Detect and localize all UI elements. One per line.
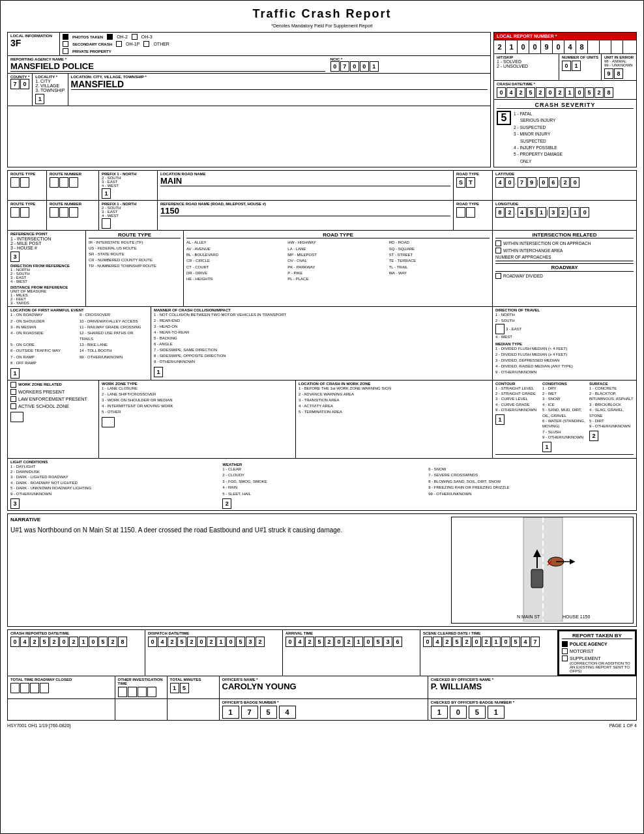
rt-av: AV - AVENUE — [186, 246, 287, 252]
tm-5: 5 — [180, 683, 189, 693]
he-99: 99 - OTHER/UNKNOWN — [80, 354, 148, 360]
form-number: HSY7001 OH1 1/19 [760-0820] — [7, 723, 70, 728]
dd-2: 2 — [168, 637, 177, 647]
contour-value: 1 — [495, 414, 505, 425]
lat-0: 0 — [505, 177, 514, 188]
rt-st: ST - STREET — [389, 252, 490, 257]
lon-2b: 2 — [559, 207, 568, 218]
police-agency-checkbox[interactable] — [562, 641, 568, 647]
rn2-c — [69, 207, 78, 218]
sc-7: 7 — [531, 637, 540, 647]
wzl-2: 2 - ADVANCE WARNING AREA — [299, 392, 490, 397]
ncic-cell-3: 0 — [360, 61, 369, 72]
dt-4: 4 - WEST — [495, 334, 634, 340]
cdt-0b: 0 — [546, 87, 555, 98]
he-2: 2 - ON SHOULDER — [10, 319, 79, 324]
oh3-checkbox[interactable] — [132, 34, 138, 40]
rn1-label: ROUTE NUMBER — [50, 172, 96, 176]
he-8: 8 - OFF RAMP — [10, 360, 79, 366]
rn1-c — [69, 177, 78, 188]
supplement-checkbox[interactable] — [562, 655, 568, 661]
rt-dr: DR - DRIVE — [186, 270, 287, 276]
road-type1-t: T — [466, 177, 475, 188]
crash-datetime-label: CRASH DATE/TIME * — [497, 82, 634, 86]
wzl-5: 5 - TERMINATION AREA — [299, 409, 490, 415]
roadway-heading: ROADWAY — [495, 263, 634, 272]
he-value: 1 — [10, 368, 20, 379]
dist-opt3: 3 - YARDS — [10, 301, 83, 305]
private-property-checkbox[interactable] — [63, 48, 68, 54]
page-info: PAGE 1 OF 4 — [609, 723, 637, 728]
sev-opt3b: SUSPECTED — [514, 138, 563, 145]
total-min-label: TOTAL MINUTES — [170, 678, 216, 682]
sev-opt1b: SERIOUS INJURY — [514, 117, 563, 124]
wt-6: 6 - SNOW — [428, 467, 634, 472]
cbadge-1: 1 — [431, 706, 448, 719]
oh1p-checkbox[interactable] — [116, 41, 122, 47]
work-zone-checkbox[interactable] — [10, 382, 16, 388]
rt-hw: HW - HIGHWAY — [287, 240, 388, 245]
num-units-0: 0 — [562, 61, 571, 71]
narrative-label: NARRATIVE — [10, 517, 448, 523]
lrn-9: 9 — [541, 40, 553, 53]
wzt-2: 2 - LANE SHIFT/CROSSOVER — [102, 392, 293, 397]
motorist-checkbox[interactable] — [562, 648, 568, 654]
other-checkbox[interactable] — [143, 41, 149, 47]
wzt-3: 3 - WORK ON SHOULDER OR MEDIAN — [102, 397, 293, 403]
unit-error-8: 8 — [614, 68, 623, 79]
page-subtitle: *Denotes Mandatory Field For Supplement … — [7, 23, 637, 28]
dispatch-label: DISPATCH DATE/TIME — [148, 631, 280, 635]
at-3: 3 — [383, 637, 392, 647]
rt-opt-tr: TR - NUMBERED TOWNSHIP ROUTE — [89, 263, 181, 269]
rn1-b — [59, 177, 68, 188]
unit-error-opt2: 99 - UNKNOWN — [604, 63, 634, 67]
cnd-5: 5 - SAND, MUD, DIRT, OIL, GRAVEL — [542, 407, 587, 418]
crd-5: 5 — [40, 637, 49, 647]
mc-4: 4 - REAR-TO-REAR — [154, 330, 490, 336]
roadway-divided-checkbox[interactable] — [495, 273, 501, 279]
lat-9: 9 — [527, 177, 536, 188]
cnt-5: 9 - OTHER/UNKNOWN — [495, 407, 540, 412]
ncic-cell-0: 0 — [330, 61, 340, 72]
cdt-8: 8 — [604, 87, 613, 98]
sc-4: 4 — [433, 637, 442, 647]
rt-ct: CT - COURT — [186, 265, 287, 270]
photos-taken-checkbox[interactable] — [63, 34, 68, 40]
prefix1-opt4: 4 - WEST — [102, 184, 154, 188]
oh3-label: OH-3 — [141, 35, 153, 39]
crd-0: 0 — [10, 637, 20, 647]
cbadge-5: 5 — [469, 706, 486, 719]
svg-rect-2 — [531, 569, 543, 588]
he-11: 11 - RAILWAY GRADE CROSSING — [80, 324, 148, 330]
local-info-value: 3F — [10, 38, 57, 48]
crd-2d: 2 — [108, 637, 117, 647]
srf-6: 9 - OTHER/UNKNOWN — [589, 424, 634, 429]
lrn-b3 — [611, 40, 623, 53]
locality-value: 1 — [35, 94, 44, 104]
within-interchange-checkbox[interactable] — [495, 248, 501, 253]
srf-3: 3 - BRICK/BLOCK — [589, 402, 634, 407]
oh1p-label: OH-1P — [126, 42, 139, 46]
svg-text:HOUSE 1150: HOUSE 1150 — [563, 614, 591, 619]
rn1-a — [50, 177, 59, 188]
at-6: 6 — [393, 637, 402, 647]
report-taken-heading: REPORT TAKEN BY — [562, 633, 632, 639]
at-5b: 5 — [373, 637, 383, 647]
school-zone-checkbox[interactable] — [10, 403, 16, 409]
within-intersection-checkbox[interactable] — [495, 240, 501, 246]
wt-8: 8 - BLOWING SAND, SOIL, DIRT, SNOW — [428, 479, 634, 484]
rt-opt-us: US - FEDERAL US ROUTE — [89, 246, 181, 252]
he-14: 14 - TOLL BOOTH — [80, 348, 148, 353]
he-3: 3 - IN MEDIAN — [10, 324, 79, 330]
law-enforcement-checkbox[interactable] — [10, 396, 16, 402]
wt-4: 4 - RAIN — [222, 485, 428, 490]
lrn-0: 0 — [518, 40, 529, 53]
oh2-checkbox[interactable] — [107, 34, 113, 40]
secondary-crash-checkbox[interactable] — [63, 41, 68, 47]
supplement-label: SUPPLEMENT — [570, 656, 600, 661]
mc-9: 9 - OTHER/UNKNOWN — [154, 359, 490, 365]
workers-present-checkbox[interactable] — [10, 389, 16, 395]
sc-0: 0 — [423, 637, 432, 647]
cnt-4: 4 - CURVE GRADE — [495, 402, 540, 407]
rt-tl: TL - TRAIL — [389, 265, 490, 270]
